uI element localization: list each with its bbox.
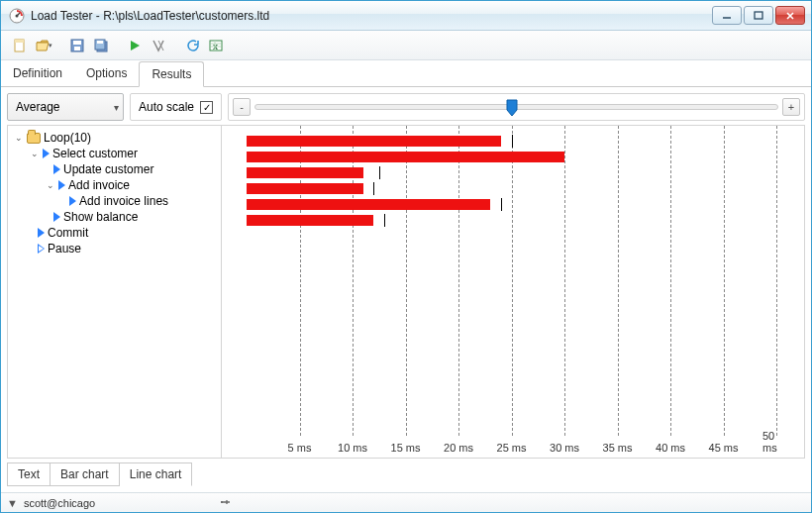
svg-rect-8 [15, 40, 24, 43]
tab-definition[interactable]: Definition [1, 61, 74, 87]
metric-select-value: Average [16, 100, 59, 114]
window-title: Load Tester - R:\pls\LoadTester\customer… [31, 9, 712, 23]
tree-item[interactable]: Update customer [10, 161, 219, 177]
step-icon [69, 196, 76, 206]
step-icon [43, 149, 50, 158]
zoom-bar: - + [228, 93, 805, 121]
results-panel: Average ▾ Auto scale ✓ - + ⌄ Loop(10) [1, 87, 811, 492]
tree-item-label: Commit [48, 226, 88, 240]
tree-root[interactable]: ⌄ Loop(10) [10, 130, 219, 146]
main-toolbar: ▾ x [1, 31, 811, 60]
results-controls-row: Average ▾ Auto scale ✓ - + [7, 93, 805, 121]
refresh-button[interactable] [181, 35, 203, 56]
bar-row [222, 181, 804, 195]
bar-row [222, 134, 804, 148]
tree-item[interactable]: Add invoice lines [10, 193, 219, 209]
tree-item[interactable]: Commit [10, 225, 219, 241]
bar [247, 183, 363, 194]
bar [247, 136, 501, 147]
status-dropdown-icon[interactable]: ▼ [7, 497, 18, 509]
autoscale-checkbox[interactable]: ✓ [200, 101, 213, 114]
tree-item[interactable]: ⌄ Select customer [10, 146, 219, 161]
bottom-tab-text[interactable]: Text [7, 462, 51, 486]
expand-icon[interactable]: ⌄ [46, 180, 55, 190]
tab-options[interactable]: Options [74, 61, 139, 87]
top-tabs: Definition Options Results [1, 60, 811, 87]
step-icon [38, 244, 45, 254]
bar-marker [501, 198, 502, 211]
expand-icon[interactable]: ⌄ [14, 133, 24, 143]
minimize-button[interactable] [712, 6, 742, 25]
bar [247, 167, 363, 178]
chart-x-axis: 5 ms10 ms15 ms20 ms25 ms30 ms35 ms40 ms4… [222, 436, 804, 458]
x-tick-label: 50 ms [762, 430, 790, 454]
results-main: ⌄ Loop(10) ⌄ Select customer Update cust… [7, 125, 805, 459]
tree-item-label: Add invoice [68, 178, 130, 192]
x-tick-label: 10 ms [338, 442, 367, 454]
tree-item[interactable]: Show balance [10, 209, 219, 225]
tree-item-label: Select customer [52, 147, 138, 160]
tree-pane: ⌄ Loop(10) ⌄ Select customer Update cust… [8, 126, 222, 458]
tree-root-label: Loop(10) [44, 131, 91, 145]
bar-marker [373, 182, 374, 195]
bar-marker [384, 214, 385, 227]
step-tree[interactable]: ⌄ Loop(10) ⌄ Select customer Update cust… [8, 126, 221, 260]
folder-icon [27, 133, 41, 144]
zoom-thumb[interactable] [506, 99, 518, 117]
new-button[interactable] [9, 35, 31, 56]
tree-item[interactable]: Pause [10, 241, 219, 256]
zoom-in-button[interactable]: + [782, 98, 800, 116]
x-tick-label: 20 ms [444, 442, 473, 454]
step-icon [58, 180, 65, 190]
chart-pane: 5 ms10 ms15 ms20 ms25 ms30 ms35 ms40 ms4… [222, 126, 804, 458]
app-icon [9, 8, 25, 24]
step-icon [53, 212, 60, 222]
window-buttons [712, 6, 805, 25]
svg-rect-11 [74, 47, 80, 51]
stop-button[interactable] [148, 35, 169, 56]
bar-marker [379, 166, 380, 179]
svg-point-17 [221, 501, 223, 503]
tree-item-label: Show balance [63, 210, 138, 224]
metric-select[interactable]: Average ▾ [7, 93, 124, 121]
svg-rect-4 [755, 12, 762, 19]
tree-item-label: Update customer [63, 162, 153, 176]
x-tick-label: 35 ms [603, 442, 633, 454]
status-connection: scott@chicago [24, 497, 95, 509]
step-icon [53, 164, 60, 174]
step-icon [38, 228, 45, 238]
bar-row [222, 150, 804, 163]
bar [247, 199, 490, 210]
tree-item-label: Pause [48, 242, 81, 256]
bar-row [222, 213, 804, 227]
expand-icon[interactable]: ⌄ [30, 149, 40, 158]
bar [247, 152, 564, 162]
open-button[interactable]: ▾ [33, 35, 54, 56]
bar-row [222, 197, 804, 211]
zoom-track[interactable] [254, 104, 778, 110]
x-tick-label: 40 ms [656, 442, 685, 454]
x-tick-label: 45 ms [709, 442, 739, 454]
pin-icon[interactable] [219, 496, 231, 510]
status-bar: ▼ scott@chicago [1, 492, 811, 512]
title-bar: Load Tester - R:\pls\LoadTester\customer… [1, 1, 811, 31]
bar-row [222, 165, 804, 179]
bottom-tabs: Text Bar chart Line chart [7, 462, 805, 486]
save-all-button[interactable] [90, 35, 112, 56]
bottom-tab-line[interactable]: Line chart [120, 462, 193, 486]
tree-item-label: Add invoice lines [79, 194, 168, 208]
run-button[interactable] [124, 35, 146, 56]
autoscale-toggle[interactable]: Auto scale ✓ [130, 93, 222, 121]
x-tick-label: 5 ms [288, 442, 312, 454]
bar [247, 215, 373, 226]
export-excel-button[interactable]: x [205, 35, 227, 56]
maximize-button[interactable] [744, 6, 773, 25]
save-button[interactable] [66, 35, 88, 56]
chart-bars [222, 126, 804, 436]
zoom-out-button[interactable]: - [233, 98, 251, 116]
bottom-tab-bar[interactable]: Bar chart [51, 462, 120, 486]
close-button[interactable] [775, 6, 805, 25]
tree-item[interactable]: ⌄ Add invoice [10, 177, 219, 193]
chevron-down-icon: ▾ [114, 102, 119, 113]
tab-results[interactable]: Results [139, 61, 204, 87]
